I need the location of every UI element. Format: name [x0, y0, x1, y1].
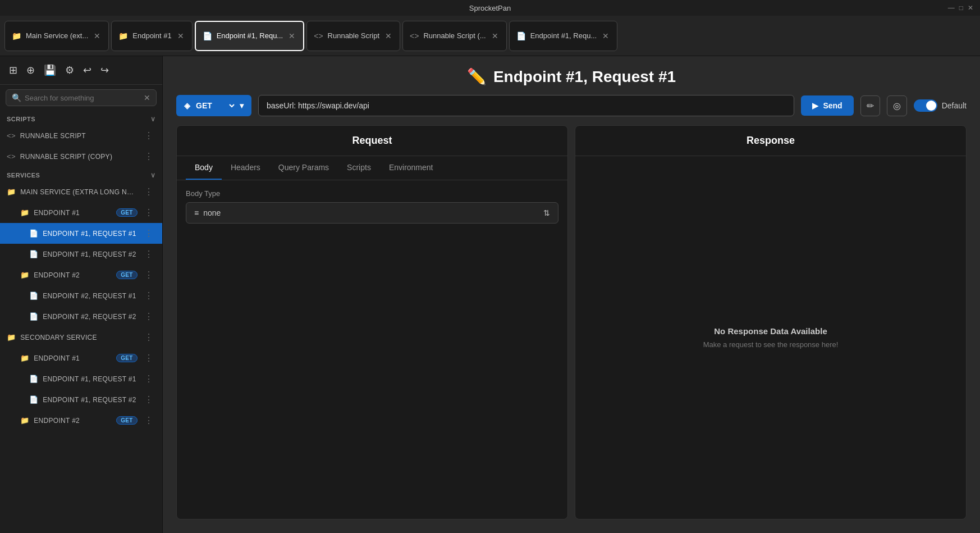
close-icon[interactable]: ✕ — [968, 4, 973, 12]
pencil-icon: ✏️ — [467, 67, 487, 86]
panels: Request Body Headers Query Params Script… — [163, 125, 980, 533]
sidebar-item-label: Endpoint #1 — [34, 354, 112, 362]
menu-icon[interactable]: ⋮ — [142, 372, 155, 385]
minimize-icon[interactable]: — — [948, 4, 955, 12]
get-badge: GET — [116, 208, 137, 217]
method-label: ◈ — [184, 101, 190, 110]
sidebar-item-endpoint1-req2[interactable]: 📄 ENDPOINT #1, REQUEST #2 ⋮ — [0, 244, 162, 265]
response-empty-title: No Response Data Available — [714, 326, 827, 336]
sidebar-item-endpoint2-req2[interactable]: 📄 ENDPOINT #2, REQUEST #2 ⋮ — [0, 306, 162, 327]
scripts-section-header: SCRIPTS ∨ — [0, 111, 162, 125]
tab-headers[interactable]: Headers — [222, 156, 269, 180]
sidebar-item-endpoint1[interactable]: 📁 Endpoint #1 GET ⋮ — [0, 202, 162, 223]
menu-icon[interactable]: ⋮ — [142, 352, 155, 365]
fingerprint-button[interactable]: ◎ — [887, 95, 907, 116]
tab-tab-endpoint1[interactable]: 📁 Endpoint #1 ✕ — [111, 21, 192, 51]
sidebar-item-label: ENDPOINT #2, REQUEST #1 — [43, 292, 137, 300]
undo-button[interactable]: ↩ — [81, 62, 94, 79]
list-icon: ≡ — [194, 208, 199, 217]
menu-icon[interactable]: ⋮ — [142, 268, 155, 281]
document-icon: 📄 — [29, 250, 38, 258]
tab-close-icon[interactable]: ✕ — [491, 31, 500, 40]
menu-icon[interactable]: ⋮ — [142, 310, 155, 323]
sidebar-item-secondary-service[interactable]: 📁 SECONDARY SERVICE ⋮ — [0, 327, 162, 348]
menu-icon[interactable]: ⋮ — [142, 129, 155, 142]
sidebar-item-main-service[interactable]: 📁 MAIN SERVICE (EXTRA LONG NAME) ⋮ — [0, 181, 162, 202]
services-chevron-icon[interactable]: ∨ — [150, 171, 156, 179]
sidebar-item-sec-endpoint1-req1[interactable]: 📄 ENDPOINT #1, REQUEST #1 ⋮ — [0, 368, 162, 389]
body-type-section: Body Type ≡ none ⇅ — [177, 180, 567, 233]
redo-button[interactable]: ↪ — [98, 62, 111, 79]
sidebar-item-endpoint1-req1[interactable]: 📄 ENDPOINT #1, REQUEST #1 ⋮ — [0, 223, 162, 244]
sidebar-item-endpoint2[interactable]: 📁 Endpoint #2 GET ⋮ — [0, 265, 162, 285]
body-type-select[interactable]: ≡ none ⇅ — [186, 202, 558, 224]
search-bar: 🔍 ✕ — [6, 89, 157, 106]
send-button[interactable]: ▶ Send — [801, 95, 853, 116]
request-header-text: Request — [352, 135, 392, 146]
menu-icon[interactable]: ⋮ — [142, 227, 155, 240]
scripts-label: SCRIPTS — [7, 116, 35, 122]
response-header-text: Response — [747, 135, 795, 146]
tab-tab-runnable-script-copy[interactable]: <> Runnable Script (... ✕ — [402, 21, 507, 51]
folder-icon: 📁 — [20, 416, 29, 425]
menu-icon[interactable]: ⋮ — [142, 206, 155, 219]
url-input[interactable] — [258, 95, 794, 116]
tab-tab-main-service[interactable]: 📁 Main Service (ext... ✕ — [4, 21, 109, 51]
sidebar-item-sec-endpoint2[interactable]: 📁 Endpoint #2 GET ⋮ — [0, 410, 162, 431]
sidebar-item-label: MAIN SERVICE (EXTRA LONG NAME) — [20, 188, 137, 196]
default-label: Default — [942, 101, 967, 110]
search-clear-button[interactable]: ✕ — [144, 93, 150, 102]
tab-close-icon[interactable]: ✕ — [287, 31, 296, 40]
sidebar-item-runnable-script-copy[interactable]: <> RUNNABLE SCRIPT (COPY) ⋮ — [0, 146, 162, 167]
response-empty-state: No Response Data Available Make a reques… — [575, 156, 966, 519]
maximize-icon[interactable]: □ — [959, 4, 963, 12]
sidebar-item-runnable-script[interactable]: <> RUNNABLE SCRIPT ⋮ — [0, 125, 162, 146]
pencil-icon: ✏ — [867, 101, 874, 111]
tab-scripts[interactable]: Scripts — [338, 156, 380, 180]
search-input[interactable] — [25, 94, 140, 102]
response-panel: Response No Response Data Available Make… — [575, 125, 967, 520]
tab-environment[interactable]: Environment — [380, 156, 442, 180]
sidebar-item-label: ENDPOINT #1, REQUEST #1 — [43, 375, 137, 383]
tab-tab-runnable-script[interactable]: <> Runnable Script ✕ — [306, 21, 400, 51]
edit-button[interactable]: ✏ — [860, 95, 880, 116]
method-selector[interactable]: ◈ GET POST PUT DELETE PATCH ▾ — [176, 95, 251, 116]
menu-icon[interactable]: ⋮ — [142, 150, 155, 163]
tab-close-icon[interactable]: ✕ — [601, 31, 610, 40]
menu-icon[interactable]: ⋮ — [142, 414, 155, 427]
folder-icon: 📁 — [7, 188, 16, 196]
folder-icon: 📁 — [20, 354, 29, 362]
tab-type-icon: 📄 — [203, 31, 212, 40]
sidebar-item-endpoint2-req1[interactable]: 📄 ENDPOINT #2, REQUEST #1 ⋮ — [0, 285, 162, 306]
menu-icon[interactable]: ⋮ — [142, 393, 155, 406]
body-type-label: Body Type — [186, 189, 558, 198]
add-folder-button[interactable]: ⊕ — [24, 62, 37, 79]
scripts-chevron-icon[interactable]: ∨ — [150, 115, 156, 123]
menu-icon[interactable]: ⋮ — [142, 331, 155, 344]
tab-close-icon[interactable]: ✕ — [93, 31, 102, 40]
menu-icon[interactable]: ⋮ — [142, 248, 155, 261]
add-file-button[interactable]: ⊞ — [7, 62, 20, 79]
tab-query-params[interactable]: Query Params — [269, 156, 338, 180]
toggle-switch[interactable] — [914, 99, 937, 112]
save-button[interactable]: 💾 — [42, 62, 58, 79]
tab-tab-endpoint1-req2[interactable]: 📄 Endpoint #1, Requ... ✕ — [509, 21, 618, 51]
window-controls[interactable]: — □ ✕ — [948, 4, 973, 12]
sidebar-item-sec-endpoint1[interactable]: 📁 Endpoint #1 GET ⋮ — [0, 348, 162, 368]
tab-body[interactable]: Body — [186, 156, 222, 180]
chevron-down-icon: ▾ — [240, 101, 244, 110]
menu-icon[interactable]: ⋮ — [142, 289, 155, 302]
main-layout: ⊞ ⊕ 💾 ⚙ ↩ ↪ 🔍 ✕ SCRIPTS ∨ <> RUNNABLE SC… — [0, 56, 980, 533]
menu-icon[interactable]: ⋮ — [142, 185, 155, 198]
tab-close-icon[interactable]: ✕ — [384, 31, 393, 40]
tab-type-icon: <> — [314, 31, 323, 40]
document-icon: 📄 — [29, 395, 38, 404]
tab-tab-endpoint1-req[interactable]: 📄 Endpoint #1, Requ... ✕ — [195, 21, 305, 51]
settings-button[interactable]: ⚙ — [63, 62, 76, 79]
code-icon: <> — [7, 152, 16, 161]
tab-type-icon: 📁 — [118, 31, 128, 40]
sidebar-item-sec-endpoint1-req2[interactable]: 📄 ENDPOINT #1, REQUEST #2 ⋮ — [0, 389, 162, 410]
method-dropdown[interactable]: GET POST PUT DELETE PATCH — [194, 101, 236, 111]
title-bar: SprocketPan — □ ✕ — [0, 0, 980, 16]
tab-close-icon[interactable]: ✕ — [176, 31, 185, 40]
